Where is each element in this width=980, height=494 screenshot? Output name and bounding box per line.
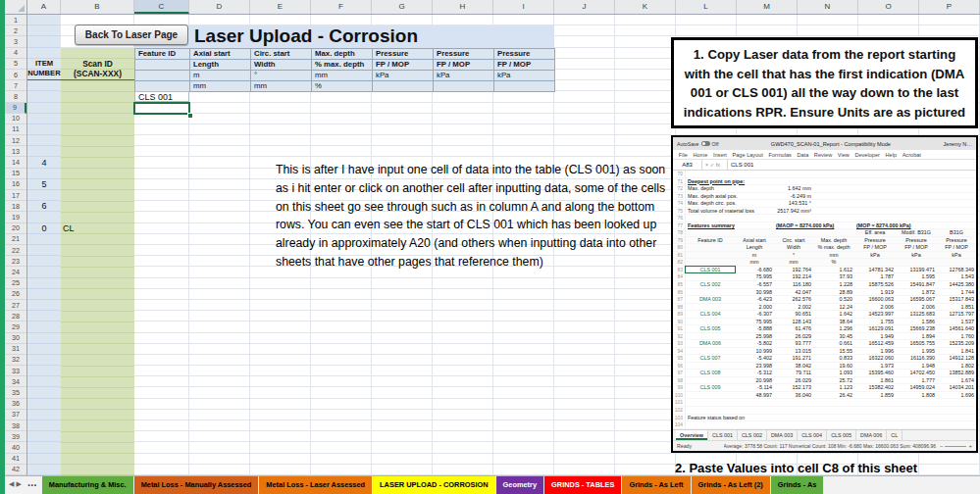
column-header-m[interactable]: M — [737, 0, 798, 14]
row-header-31[interactable]: 31 — [5, 344, 26, 355]
row-header-14[interactable]: 14 — [5, 157, 26, 168]
row-header-20[interactable]: 20 — [5, 223, 26, 234]
row-header-7[interactable]: 7 — [5, 80, 26, 91]
row-header-22[interactable]: 22 — [5, 245, 26, 256]
row-header-16[interactable]: 16 — [5, 179, 26, 190]
sheet-tab-geometry[interactable]: Geometry — [496, 476, 545, 494]
header-cell[interactable]: FP / MOP — [494, 60, 555, 71]
cell-b20[interactable]: CL — [61, 223, 134, 234]
select-all-corner[interactable] — [5, 0, 27, 15]
scan-id-header[interactable]: Scan ID (SCAN-XXX) — [61, 59, 134, 80]
sheet-tab-grinds-tables[interactable]: GRINDS - TABLES — [544, 476, 622, 494]
header-cell[interactable]: mm — [312, 71, 373, 81]
header-cell[interactable] — [434, 81, 494, 92]
row-header-4[interactable]: 4 — [5, 48, 26, 59]
row-header-13[interactable]: 13 — [5, 146, 26, 157]
column-header-d[interactable]: D — [189, 0, 250, 14]
column-header-p[interactable]: P — [919, 0, 980, 14]
row-header-11[interactable]: 11 — [5, 124, 26, 135]
header-cell[interactable]: Pressure — [434, 49, 494, 60]
column-header-o[interactable]: O — [858, 0, 919, 14]
sheet-tab-grinds-as-left-2-[interactable]: Grinds - As Left (2) — [692, 476, 771, 494]
cell-a16[interactable]: 5 — [27, 179, 61, 190]
row-header-15[interactable]: 15 — [5, 169, 26, 179]
sheet-tab-laser-upload-corrosion[interactable]: LASER UPLOAD - CORROSION — [373, 476, 495, 494]
row-header-25[interactable]: 25 — [5, 278, 26, 289]
header-cell[interactable] — [135, 60, 190, 71]
back-to-laser-page-button[interactable]: Back To Laser Page — [75, 25, 188, 45]
header-cell[interactable]: % — [312, 81, 373, 92]
row-header-21[interactable]: 21 — [5, 234, 26, 245]
row-header-24[interactable]: 24 — [5, 267, 26, 277]
column-header-n[interactable]: N — [798, 0, 858, 14]
header-cell[interactable]: FP / MOP — [373, 60, 434, 71]
row-header-40[interactable]: 40 — [5, 442, 26, 453]
column-header-h[interactable]: H — [433, 0, 493, 14]
row-header-35[interactable]: 35 — [5, 387, 26, 398]
column-header-c[interactable]: C — [134, 0, 189, 14]
header-cell[interactable]: FP / MOP — [434, 60, 494, 71]
column-header-a[interactable]: A — [27, 0, 61, 14]
sheet-tab-manufacturing-misc-[interactable]: Manufacturing & Misc. — [42, 476, 134, 494]
header-cell[interactable] — [373, 81, 434, 92]
header-cell[interactable]: Length — [190, 60, 251, 71]
row-header-19[interactable]: 19 — [5, 212, 26, 222]
sheet-tab-metal-loss-laser-assessed[interactable]: Metal Loss - Laser Assessed — [259, 476, 373, 494]
header-cell[interactable]: Max. depth — [312, 49, 373, 60]
header-cell[interactable]: Circ. start — [251, 49, 312, 60]
cell-a14[interactable]: 4 — [27, 158, 61, 169]
header-cell[interactable]: Axial start — [190, 49, 251, 60]
fill-handle[interactable] — [187, 113, 193, 119]
sheet-tab-grinds-as-left[interactable]: Grinds - As Left — [622, 476, 691, 494]
row-header-8[interactable]: 8 — [5, 91, 26, 102]
row-header-12[interactable]: 12 — [5, 135, 26, 146]
column-header-j[interactable]: J — [554, 0, 615, 14]
cell-a20[interactable]: 0 — [27, 223, 61, 234]
column-header-k[interactable]: K — [615, 0, 676, 14]
header-cell[interactable] — [494, 81, 555, 92]
header-cell[interactable]: % max. depth — [312, 60, 373, 71]
embedded-report-screenshot[interactable]: AutoSave Off GWD470_SCAN-01_Report - Com… — [671, 135, 978, 453]
header-cell[interactable]: Pressure — [494, 49, 555, 60]
row-header-5[interactable]: 5 — [5, 59, 26, 70]
row-header-32[interactable]: 32 — [5, 355, 26, 366]
sheet-grid[interactable]: Back To Laser Page Laser Upload - Corros… — [27, 15, 980, 475]
row-header-10[interactable]: 10 — [5, 114, 26, 124]
sheet-tab-metal-loss-manually-assessed[interactable]: Metal Loss - Manually Assessed — [134, 476, 260, 494]
header-cell[interactable]: kPa — [373, 71, 434, 81]
row-header-23[interactable]: 23 — [5, 256, 26, 267]
sheet-tab-grinds-as[interactable]: Grinds - As — [771, 476, 825, 494]
column-header-i[interactable]: I — [493, 0, 554, 14]
row-header-39[interactable]: 39 — [5, 431, 26, 442]
column-header-l[interactable]: L — [676, 0, 737, 14]
header-cell[interactable]: mm — [190, 81, 251, 92]
header-cell[interactable] — [135, 71, 190, 81]
row-header-42[interactable]: 42 — [5, 465, 26, 475]
header-cell[interactable]: Pressure — [373, 49, 434, 60]
row-header-34[interactable]: 34 — [5, 376, 26, 387]
header-cell[interactable]: Width — [251, 60, 312, 71]
row-header-18[interactable]: 18 — [5, 201, 26, 212]
item-number-header[interactable]: ITEM NUMBER — [27, 59, 61, 80]
row-header-28[interactable]: 28 — [5, 311, 26, 321]
column-header-e[interactable]: E — [250, 0, 311, 14]
column-header-f[interactable]: F — [311, 0, 372, 14]
selected-cell-c9[interactable] — [133, 102, 190, 115]
row-header-1[interactable]: 1 — [5, 15, 26, 25]
row-header-17[interactable]: 17 — [5, 190, 26, 201]
row-header-41[interactable]: 41 — [5, 454, 26, 465]
tab-overflow-dots[interactable]: … — [26, 476, 42, 488]
header-cell[interactable]: Feature ID — [135, 49, 190, 60]
tab-nav-arrows[interactable]: ◀▶ — [5, 476, 26, 488]
row-header-3[interactable]: 3 — [5, 36, 26, 47]
row-header-9[interactable]: 9 — [5, 103, 26, 114]
row-header-6[interactable]: 6 — [5, 70, 26, 80]
row-header-30[interactable]: 30 — [5, 333, 26, 344]
row-header-36[interactable]: 36 — [5, 399, 26, 410]
row-header-26[interactable]: 26 — [5, 289, 26, 300]
column-header-b[interactable]: B — [61, 0, 134, 14]
header-cell[interactable]: kPa — [434, 71, 494, 81]
cell-a18[interactable]: 6 — [27, 201, 61, 212]
row-header-38[interactable]: 38 — [5, 420, 26, 431]
row-header-29[interactable]: 29 — [5, 321, 26, 332]
